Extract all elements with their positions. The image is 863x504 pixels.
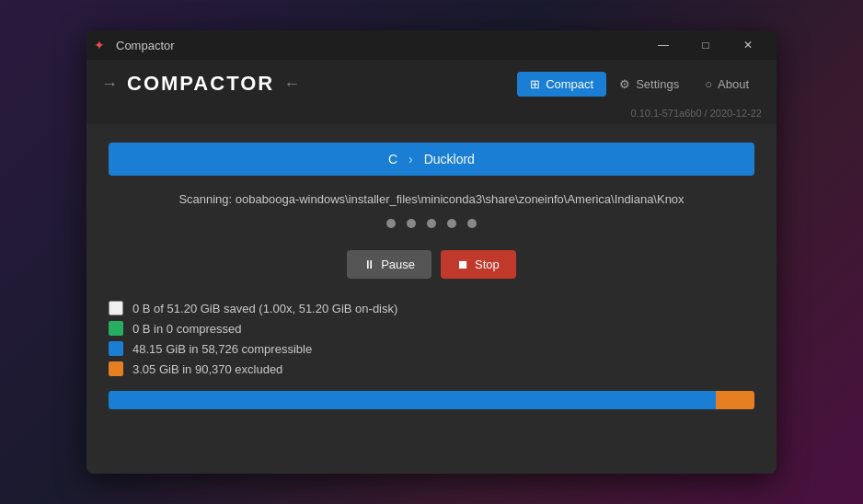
dot-3 [427,219,436,228]
progress-dots [109,219,754,228]
stat-row-compressible: 48.15 GiB in 58,726 compressible [109,341,754,356]
swatch-compressed [109,321,123,336]
progress-blue [109,391,716,409]
stop-button[interactable]: ⏹ Stop [441,250,516,279]
stat-compressible-text: 48.15 GiB in 58,726 compressible [132,342,312,356]
window-title: Compactor [116,39,175,52]
close-button[interactable]: ✕ [727,30,769,60]
swatch-saved [109,301,123,315]
path-folder: Ducklord [424,152,475,166]
path-bar[interactable]: C › Ducklord [109,143,754,176]
stats-section: 0 B of 51.20 GiB saved (1.00x, 51.20 GiB… [109,301,754,376]
swatch-excluded [109,361,123,376]
titlebar: ✦ Compactor — □ ✕ [86,30,777,60]
dot-1 [386,219,396,228]
main-content: C › Ducklord Scanning: oobabooga-windows… [86,124,777,474]
navbar: → CompactoR ← ⊞ Compact ⚙ Settings ○ Abo… [86,60,777,108]
compact-label: Compact [546,77,593,91]
progress-bar [109,391,754,409]
scanning-status: Scanning: oobabooga-windows\installer_fi… [109,192,754,206]
swatch-compressible [109,341,123,356]
action-buttons: ⏸ Pause ⏹ Stop [109,250,754,279]
compact-icon: ⊞ [530,77,540,91]
about-icon: ○ [705,77,712,91]
settings-icon: ⚙ [619,77,630,91]
app-icon: ✦ [94,38,109,52]
stop-label: Stop [475,258,500,271]
pause-icon: ⏸ [363,258,375,271]
tab-settings[interactable]: ⚙ Settings [606,72,692,97]
window-controls: — □ ✕ [642,30,769,60]
settings-label: Settings [636,77,679,91]
stat-compressed-text: 0 B in 0 compressed [132,322,242,336]
pause-button[interactable]: ⏸ Pause [347,250,432,279]
path-separator: › [408,152,413,166]
version-bar: 0.10.1-571a6b0 / 2020-12-22 [86,108,777,124]
stat-row-excluded: 3.05 GiB in 90,370 excluded [109,361,754,376]
nav-tabs: ⊞ Compact ⚙ Settings ○ About [517,72,762,97]
dot-5 [467,219,477,228]
path-drive: C [388,152,397,166]
pause-label: Pause [381,258,415,271]
logo-area: → CompactoR ← [101,72,300,96]
dot-2 [407,219,416,228]
stat-row-compressed: 0 B in 0 compressed [109,321,754,336]
arrow-right-icon: → [101,74,118,94]
maximize-button[interactable]: □ [685,30,727,60]
dot-4 [447,219,456,228]
stat-row-saved: 0 B of 51.20 GiB saved (1.00x, 51.20 GiB… [109,301,754,315]
main-window: ✦ Compactor — □ ✕ → CompactoR ← ⊞ Compac… [86,30,777,474]
stop-icon: ⏹ [457,258,469,271]
minimize-button[interactable]: — [642,30,685,60]
about-label: About [718,77,749,91]
version-text: 0.10.1-571a6b0 / 2020-12-22 [630,108,762,119]
tab-compact[interactable]: ⊞ Compact [517,72,606,97]
tab-about[interactable]: ○ About [692,72,762,97]
app-logo: CompactoR [127,72,274,96]
arrow-left-icon: ← [283,74,300,94]
stat-excluded-text: 3.05 GiB in 90,370 excluded [132,362,282,376]
progress-orange [716,391,754,409]
titlebar-left: ✦ Compactor [94,38,175,52]
stat-saved-text: 0 B of 51.20 GiB saved (1.00x, 51.20 GiB… [132,302,397,315]
